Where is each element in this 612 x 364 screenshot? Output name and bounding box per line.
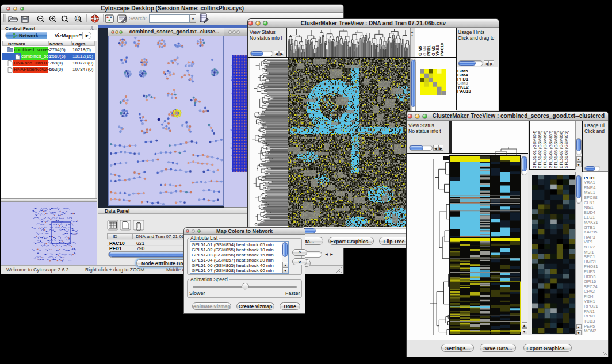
svg-text:1:1: 1:1 bbox=[75, 17, 79, 20]
